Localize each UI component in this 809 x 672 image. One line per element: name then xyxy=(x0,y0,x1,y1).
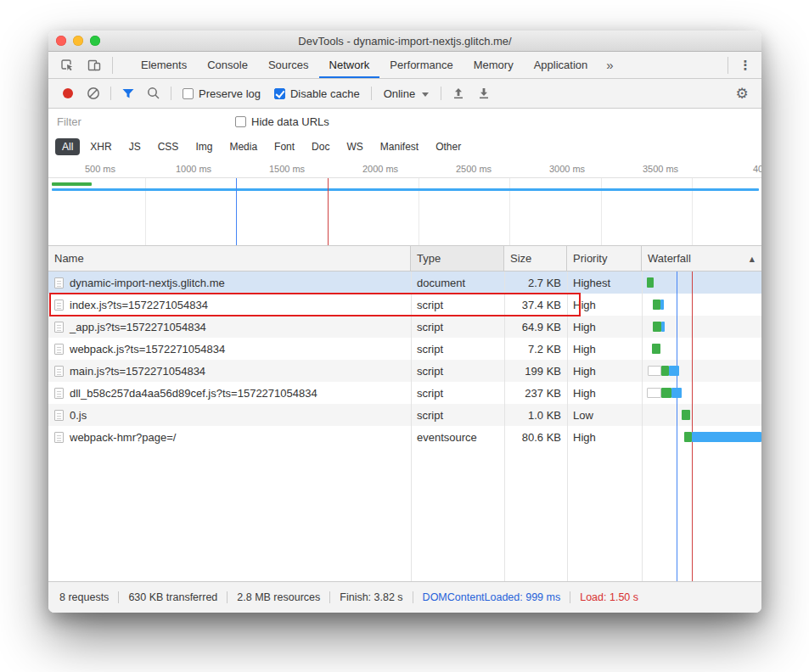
disable-cache-toggle[interactable]: Disable cache xyxy=(267,87,367,100)
filter-pill-other[interactable]: Other xyxy=(429,138,468,155)
tab-performance[interactable]: Performance xyxy=(379,52,463,78)
import-har-button[interactable] xyxy=(446,82,471,104)
load-marker-line xyxy=(328,178,329,245)
more-tabs-button[interactable]: » xyxy=(598,52,621,78)
file-icon xyxy=(54,322,64,333)
tab-memory[interactable]: Memory xyxy=(463,52,524,78)
filter-pill-font[interactable]: Font xyxy=(267,138,301,155)
throttling-value: Online xyxy=(384,87,416,100)
network-request-row[interactable]: webpack-hmr?page=/eventsource80.6 KBHigh xyxy=(48,426,761,448)
window-titlebar[interactable]: DevTools - dynamic-import-nextjs.glitch.… xyxy=(48,31,761,52)
filter-input[interactable] xyxy=(57,115,218,128)
preserve-log-toggle[interactable]: Preserve log xyxy=(176,87,267,100)
traffic-lights xyxy=(48,36,100,46)
toolbar-divider xyxy=(112,57,113,74)
upload-icon xyxy=(451,86,466,101)
filter-pill-xhr[interactable]: XHR xyxy=(83,138,118,155)
disable-cache-checkbox[interactable] xyxy=(274,88,285,99)
network-request-row[interactable]: main.js?ts=1572271054834script199 KBHigh xyxy=(48,360,761,382)
hide-data-urls-checkbox[interactable] xyxy=(235,116,246,127)
hide-data-urls-label: Hide data URLs xyxy=(251,115,329,128)
search-button[interactable] xyxy=(141,82,166,104)
request-name: index.js?ts=1572271054834 xyxy=(70,299,208,311)
column-separator xyxy=(504,272,505,581)
request-name: main.js?ts=1572271054834 xyxy=(70,365,205,378)
tab-sources[interactable]: Sources xyxy=(258,52,319,78)
overview-strip[interactable] xyxy=(48,178,761,246)
column-header-priority[interactable]: Priority xyxy=(567,246,642,271)
window-zoom-button[interactable] xyxy=(90,36,100,46)
filter-pill-doc[interactable]: Doc xyxy=(305,138,336,155)
inspect-element-button[interactable] xyxy=(53,52,81,78)
tab-elements[interactable]: Elements xyxy=(131,52,197,78)
network-request-row[interactable]: webpack.js?ts=1572271054834script7.2 KBH… xyxy=(48,338,761,360)
file-icon xyxy=(54,366,64,377)
request-type: script xyxy=(411,316,504,338)
request-size: 237 KB xyxy=(504,382,567,404)
request-name: _app.js?ts=1572271054834 xyxy=(70,321,206,333)
request-waterfall-cell xyxy=(642,404,761,426)
column-separator xyxy=(411,272,412,581)
filter-pill-ws[interactable]: WS xyxy=(340,138,369,155)
window-close-button[interactable] xyxy=(56,36,66,46)
device-toolbar-button[interactable] xyxy=(81,52,108,78)
preserve-log-checkbox[interactable] xyxy=(183,88,194,99)
column-header-type[interactable]: Type xyxy=(411,246,504,271)
file-icon xyxy=(54,432,64,443)
chevron-down-icon xyxy=(422,92,429,97)
request-priority: High xyxy=(567,426,642,448)
timeline-tick-label: 2000 ms xyxy=(362,164,398,174)
clear-icon xyxy=(86,86,101,101)
request-size: 64.9 KB xyxy=(504,316,567,338)
filter-pill-all[interactable]: All xyxy=(55,138,80,155)
tab-application[interactable]: Application xyxy=(524,52,598,78)
tab-console[interactable]: Console xyxy=(197,52,258,78)
filter-pill-js[interactable]: JS xyxy=(122,138,148,155)
column-header-size[interactable]: Size xyxy=(504,246,567,271)
network-request-row[interactable]: 0.jsscript1.0 KBLow xyxy=(48,404,761,426)
request-priority: High xyxy=(567,382,642,404)
network-request-row[interactable]: _app.js?ts=1572271054834script64.9 KBHig… xyxy=(48,316,761,338)
table-body-area: dynamic-import-nextjs.glitch.medocument2… xyxy=(48,272,761,581)
type-filter-bar: AllXHRJSCSSImgMediaFontDocWSManifestOthe… xyxy=(48,134,761,160)
device-toolbar-icon xyxy=(87,58,102,73)
filter-pill-css[interactable]: CSS xyxy=(151,138,186,155)
request-type: script xyxy=(411,294,504,316)
request-size: 7.2 KB xyxy=(504,338,567,360)
filter-pill-media[interactable]: Media xyxy=(222,138,264,155)
request-waterfall-cell xyxy=(642,272,761,294)
tab-network[interactable]: Network xyxy=(319,52,380,78)
filter-pill-manifest[interactable]: Manifest xyxy=(374,138,425,155)
network-request-row[interactable]: dynamic-import-nextjs.glitch.medocument2… xyxy=(48,272,761,294)
network-request-row[interactable]: index.js?ts=1572271054834script37.4 KBHi… xyxy=(48,294,761,316)
file-icon xyxy=(54,388,64,399)
filter-toggle-button[interactable] xyxy=(115,82,141,104)
request-name-cell: main.js?ts=1572271054834 xyxy=(48,360,411,382)
load-marker-line xyxy=(692,272,693,581)
column-header-waterfall[interactable]: Waterfall ▲ xyxy=(642,246,761,271)
request-name: dynamic-import-nextjs.glitch.me xyxy=(70,277,225,289)
request-priority: High xyxy=(567,338,642,360)
window-minimize-button[interactable] xyxy=(73,36,83,46)
throttling-dropdown[interactable]: Online xyxy=(376,87,437,100)
dcl-marker-line xyxy=(236,178,237,245)
clear-button[interactable] xyxy=(81,82,106,104)
column-label: Size xyxy=(510,252,531,265)
network-request-row[interactable]: dll_b58c257da4aa56d89cef.js?ts=157227105… xyxy=(48,382,761,404)
filter-pill-img[interactable]: Img xyxy=(188,138,219,155)
column-header-name[interactable]: Name xyxy=(48,246,411,271)
panel-tabbar: ElementsConsoleSourcesNetworkPerformance… xyxy=(48,52,761,79)
request-type: script xyxy=(411,404,504,426)
network-table-body: dynamic-import-nextjs.glitch.medocument2… xyxy=(48,272,761,448)
request-size: 2.7 KB xyxy=(504,272,567,294)
record-icon xyxy=(63,88,73,98)
devtools-menu-button[interactable]: ⋮ xyxy=(733,52,758,78)
waterfall-bar-ttfb xyxy=(647,277,654,288)
request-size: 37.4 KB xyxy=(504,294,567,316)
export-har-button[interactable] xyxy=(471,82,497,104)
request-type: script xyxy=(411,382,504,404)
hide-data-urls-toggle[interactable]: Hide data URLs xyxy=(228,115,336,128)
request-type: eventsource xyxy=(411,426,504,448)
record-button[interactable] xyxy=(55,82,81,104)
settings-button[interactable]: ⚙ xyxy=(729,82,755,104)
